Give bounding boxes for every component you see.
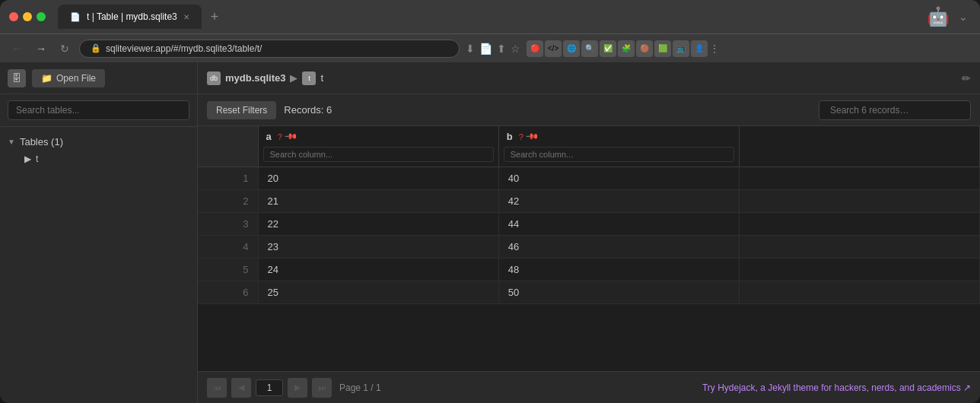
bookmark-icon[interactable]: ☆ xyxy=(511,43,520,55)
cell-b[interactable]: 50 xyxy=(498,281,739,304)
cell-b[interactable]: 46 xyxy=(498,236,739,259)
cell-row-num: 4 xyxy=(198,236,258,259)
cell-row-num: 2 xyxy=(198,190,258,213)
table-item-label: t xyxy=(36,154,38,164)
col-a-search-input[interactable] xyxy=(263,147,494,162)
th-col-b: b ? 📌 xyxy=(498,126,739,167)
records-count: Records: 6 xyxy=(284,104,332,116)
ext-icon-9[interactable]: 📺 xyxy=(673,40,689,57)
edit-icon[interactable]: ✏ xyxy=(962,72,971,84)
cell-a[interactable]: 25 xyxy=(258,281,498,304)
minimize-button[interactable] xyxy=(23,12,32,21)
forward-button[interactable]: → xyxy=(32,41,50,56)
ext-icon-10[interactable]: 👤 xyxy=(691,40,708,57)
tab-file-icon: 📄 xyxy=(70,12,81,22)
tables-section-label: Tables (1) xyxy=(20,136,63,148)
cell-a[interactable]: 23 xyxy=(258,236,498,259)
first-page-button[interactable]: ⏮ xyxy=(207,378,227,398)
page-input[interactable] xyxy=(256,379,283,396)
pagination: ⏮ ◀ ▶ ⏭ Page 1 / 1 Try Hydejack, a Jekyl… xyxy=(198,371,980,403)
table-row[interactable]: 5 24 48 xyxy=(198,259,980,281)
th-row-num xyxy=(198,126,258,167)
table-body: 1 20 40 2 21 42 3 22 44 4 23 46 5 24 48 … xyxy=(198,167,980,304)
table-row[interactable]: 4 23 46 xyxy=(198,236,980,259)
sidebar-header: 🗄 📁 Open File xyxy=(0,62,197,94)
lock-icon: 🔒 xyxy=(91,43,101,53)
cell-a[interactable]: 21 xyxy=(258,190,498,213)
last-page-button[interactable]: ⏭ xyxy=(312,378,332,398)
cell-a[interactable]: 20 xyxy=(258,167,498,190)
title-bar: 📄 t | Table | mydb.sqlite3 ✕ + 🤖 ⌄ xyxy=(0,0,980,33)
data-table-container[interactable]: a ? 📌 b ? xyxy=(198,126,980,371)
browser-window: 📄 t | Table | mydb.sqlite3 ✕ + 🤖 ⌄ ← → ↻… xyxy=(0,0,980,403)
more-icon[interactable]: ⋮ xyxy=(709,43,720,55)
table-header-row: a ? 📌 b ? xyxy=(198,126,980,167)
cell-row-num: 3 xyxy=(198,213,258,236)
toolbar-icons: ⬇ 📄 ⬆ ☆ xyxy=(466,43,520,55)
back-button[interactable]: ← xyxy=(8,41,26,56)
cell-b[interactable]: 40 xyxy=(498,167,739,190)
maximize-button[interactable] xyxy=(37,12,46,21)
search-records-container xyxy=(819,100,971,120)
cell-row-num: 1 xyxy=(198,167,258,190)
next-page-button[interactable]: ▶ xyxy=(288,378,307,398)
table-row[interactable]: 1 20 40 xyxy=(198,167,980,190)
active-tab[interactable]: 📄 t | Table | mydb.sqlite3 ✕ xyxy=(58,5,202,29)
sidebar-item-t[interactable]: ▶ t xyxy=(8,151,189,167)
th-empty xyxy=(739,126,979,167)
breadcrumb-db: mydb.sqlite3 xyxy=(225,72,285,84)
cell-a[interactable]: 24 xyxy=(258,259,498,281)
cell-empty xyxy=(739,281,979,304)
col-b-search-input[interactable] xyxy=(504,147,734,162)
cell-empty xyxy=(739,213,979,236)
ext-icon-3[interactable]: 🌐 xyxy=(563,40,580,57)
page-info: Page 1 / 1 xyxy=(339,382,381,393)
open-file-icon: 📁 xyxy=(41,73,52,84)
address-input[interactable]: 🔒 sqliteviewer.app/#/mydb.sqlite3/table/… xyxy=(79,40,460,58)
table-row[interactable]: 2 21 42 xyxy=(198,190,980,213)
tab-label: t | Table | mydb.sqlite3 xyxy=(87,11,177,22)
table-row[interactable]: 3 22 44 xyxy=(198,213,980,236)
share-icon[interactable]: ⬆ xyxy=(497,43,506,55)
android-icon: 🤖 xyxy=(927,6,950,27)
tables-section-header[interactable]: ▼ Tables (1) xyxy=(8,133,189,151)
address-bar: ← → ↻ 🔒 sqliteviewer.app/#/mydb.sqlite3/… xyxy=(0,33,980,62)
col-b-pin-icon[interactable]: 📌 xyxy=(524,129,539,144)
data-table: a ? 📌 b ? xyxy=(198,126,980,304)
main-content: db mydb.sqlite3 ▶ t t ✏ Reset Filters Re… xyxy=(198,62,980,403)
cell-a[interactable]: 22 xyxy=(258,213,498,236)
tables-list: ▼ Tables (1) ▶ t xyxy=(0,127,197,403)
reset-filters-button[interactable]: Reset Filters xyxy=(207,101,276,119)
open-file-button[interactable]: 📁 Open File xyxy=(32,69,105,87)
ext-icon-2[interactable]: </> xyxy=(545,40,562,57)
tab-bar: 📄 t | Table | mydb.sqlite3 ✕ + xyxy=(58,5,921,29)
sidebar: 🗄 📁 Open File ▼ Tables (1) ▶ t xyxy=(0,62,198,403)
cell-b[interactable]: 48 xyxy=(498,259,739,281)
page-icon[interactable]: 📄 xyxy=(479,43,492,55)
close-button[interactable] xyxy=(9,12,18,21)
search-tables-input[interactable] xyxy=(8,100,189,120)
ext-icon-7[interactable]: 🟤 xyxy=(636,40,653,57)
ext-icon-4[interactable]: 🔍 xyxy=(581,40,598,57)
table-toolbar: Reset Filters Records: 6 xyxy=(198,94,980,126)
col-a-type-icon: ? xyxy=(278,132,282,141)
traffic-lights xyxy=(9,12,46,21)
hydejack-link[interactable]: Try Hydejack, a Jekyll theme for hackers… xyxy=(702,382,971,393)
cell-b[interactable]: 44 xyxy=(498,213,739,236)
reload-button[interactable]: ↻ xyxy=(56,41,73,56)
table-row[interactable]: 6 25 50 xyxy=(198,281,980,304)
tab-close-icon[interactable]: ✕ xyxy=(183,13,189,21)
ext-icon-8[interactable]: 🟩 xyxy=(654,40,671,57)
ext-icon-1[interactable]: 🔴 xyxy=(527,40,543,57)
download-icon[interactable]: ⬇ xyxy=(466,43,475,55)
prev-page-button[interactable]: ◀ xyxy=(231,378,251,398)
search-records-input[interactable] xyxy=(819,100,971,120)
cell-b[interactable]: 42 xyxy=(498,190,739,213)
ext-icon-6[interactable]: 🧩 xyxy=(618,40,635,57)
col-a-pin-icon[interactable]: 📌 xyxy=(283,129,298,144)
ext-icon-5[interactable]: ✅ xyxy=(600,40,616,57)
window-chevron-icon[interactable]: ⌄ xyxy=(956,8,971,26)
new-tab-button[interactable]: + xyxy=(205,6,225,28)
open-file-label: Open File xyxy=(56,73,96,84)
cell-empty xyxy=(739,167,979,190)
